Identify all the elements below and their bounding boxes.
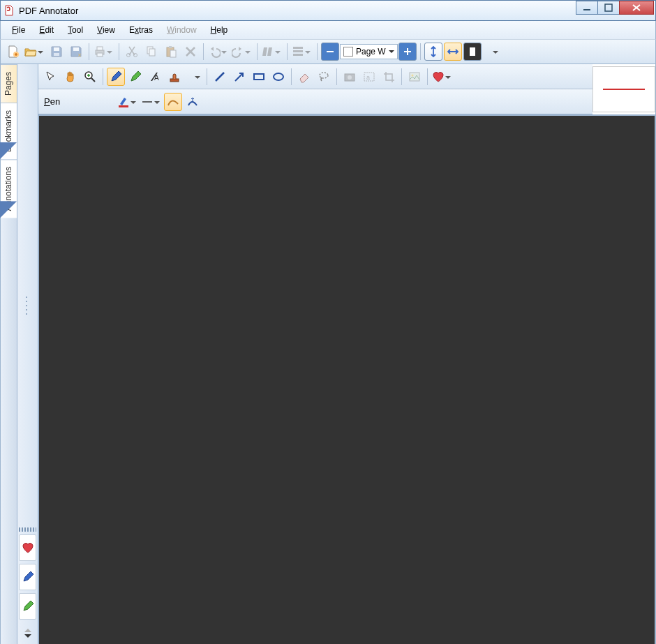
svg-rect-14 (169, 46, 172, 48)
favorite-marker-green[interactable] (19, 593, 36, 620)
find-button[interactable] (261, 43, 283, 61)
view-mode-dropdown[interactable] (483, 43, 501, 61)
window-controls (576, 1, 654, 15)
zoom-in-button[interactable] (398, 43, 417, 61)
snapshot-tool[interactable] (341, 68, 359, 86)
svg-rect-17 (293, 50, 303, 52)
zoom-label: Page W (356, 47, 386, 57)
chevron-down-icon (24, 634, 31, 641)
minimize-button[interactable] (576, 1, 598, 15)
stamp-dropdown[interactable] (185, 68, 203, 86)
pen-label: Pen (44, 96, 60, 107)
svg-rect-3 (54, 47, 59, 51)
cut-button[interactable] (123, 43, 141, 61)
close-button[interactable] (619, 1, 654, 15)
layout-button[interactable] (291, 43, 313, 61)
menu-tool[interactable]: Tool (61, 23, 90, 37)
toolbar-separator (103, 68, 103, 85)
menu-edit[interactable]: Edit (32, 23, 61, 37)
side-tab-pages[interactable]: Pages (1, 64, 17, 103)
svg-point-34 (412, 74, 414, 76)
drag-handle-icon[interactable] (26, 295, 29, 316)
paste-button[interactable] (162, 43, 180, 61)
toolbar-separator (317, 43, 318, 60)
redo-button[interactable] (231, 43, 253, 61)
favorite-add-button[interactable] (431, 68, 454, 86)
lasso-tool[interactable] (315, 68, 333, 86)
crop-tool[interactable] (380, 68, 398, 86)
arrow-tool[interactable] (230, 68, 248, 86)
favorites-divider (19, 527, 36, 532)
toolbar-separator (207, 68, 207, 85)
favorites-column (17, 64, 38, 644)
favorites-spacer (17, 64, 38, 526)
side-tab-annotations[interactable]: Annotations (1, 159, 17, 218)
pan-tool[interactable] (61, 68, 80, 86)
svg-point-27 (274, 73, 283, 80)
document-canvas[interactable] (38, 115, 655, 644)
select-text-tool[interactable]: a (360, 68, 378, 86)
menu-help[interactable]: Help (204, 23, 235, 37)
pen-pressure-button[interactable] (184, 93, 202, 111)
svg-rect-8 (97, 53, 103, 57)
zoom-combo[interactable]: Page W (340, 44, 398, 59)
window-title: PDF Annotator (19, 6, 78, 16)
svg-rect-16 (293, 47, 303, 49)
main-area: A a (38, 64, 655, 644)
eraser-tool[interactable] (295, 68, 313, 86)
content-row: Pages Bookmarks Annotations (0, 64, 656, 644)
menu-file[interactable]: File (5, 23, 32, 37)
fit-width-button[interactable] (444, 43, 462, 61)
toolbar-separator (119, 43, 119, 60)
zoom-out-button[interactable] (321, 43, 339, 61)
svg-rect-4 (54, 53, 59, 56)
save-as-button[interactable] (67, 43, 85, 61)
delete-button[interactable] (181, 43, 200, 61)
svg-rect-1 (605, 4, 612, 11)
text-tool[interactable]: A (146, 68, 164, 86)
fit-height-button[interactable] (424, 43, 442, 61)
svg-rect-22 (470, 47, 475, 56)
pen-tool[interactable] (107, 68, 125, 86)
stamp-tool[interactable] (165, 68, 184, 86)
svg-point-30 (348, 75, 352, 80)
svg-rect-0 (583, 9, 590, 10)
toolbar-separator (257, 43, 258, 60)
favorite-pen-blue[interactable] (19, 564, 36, 590)
print-button[interactable] (93, 43, 115, 61)
svg-text:A: A (154, 74, 159, 82)
favorite-heart[interactable] (19, 534, 36, 561)
save-button[interactable] (47, 43, 66, 61)
side-tab-bookmarks[interactable]: Bookmarks (1, 103, 17, 159)
page-icon (343, 47, 353, 57)
pen-width-button[interactable] (140, 93, 163, 111)
image-tool[interactable] (405, 68, 424, 86)
favorites-scroll[interactable] (19, 622, 36, 643)
new-doc-button[interactable] (4, 43, 22, 61)
svg-rect-21 (407, 48, 408, 55)
maximize-button[interactable] (597, 1, 620, 15)
fit-page-button[interactable] (463, 43, 482, 61)
undo-button[interactable] (207, 43, 230, 61)
menu-bar: File Edit Tool View Extras Window Help (0, 21, 656, 39)
title-bar: PDF Annotator (0, 0, 656, 21)
toolbar-separator (401, 68, 402, 85)
pointer-tool[interactable] (42, 68, 60, 86)
line-tool[interactable] (211, 68, 229, 86)
open-button[interactable] (24, 43, 46, 61)
ellipse-tool[interactable] (269, 68, 288, 86)
pen-color-button[interactable] (117, 93, 139, 111)
rectangle-tool[interactable] (250, 68, 268, 86)
copy-button[interactable] (142, 43, 161, 61)
menu-window[interactable]: Window (160, 23, 204, 37)
toolbar-separator (287, 43, 288, 60)
toolbar-separator (336, 68, 337, 85)
menu-view[interactable]: View (90, 23, 122, 37)
main-toolbar: Page W (0, 39, 656, 64)
marker-tool[interactable] (126, 68, 144, 86)
toolbars-wrap: A a (38, 64, 655, 115)
menu-extras[interactable]: Extras (122, 23, 160, 37)
toolbar-separator (291, 68, 292, 85)
pen-smooth-button[interactable] (164, 93, 182, 111)
zoom-tool[interactable] (81, 68, 99, 86)
